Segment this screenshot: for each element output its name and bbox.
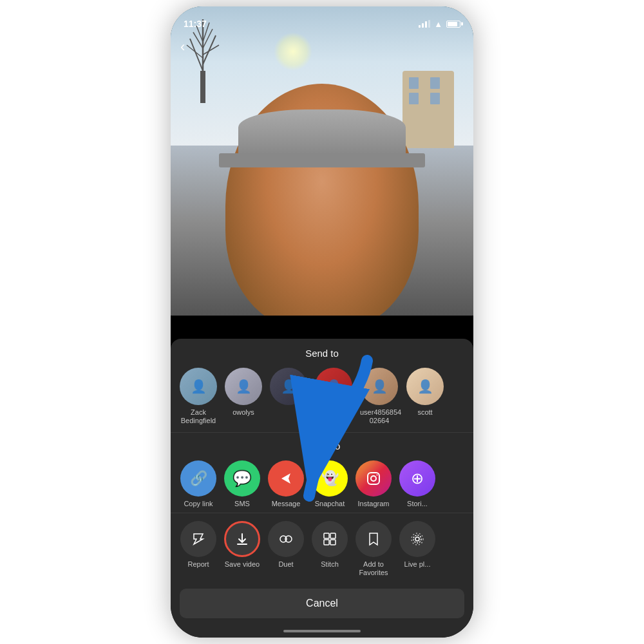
status-bar: 11:37 ▲ xyxy=(171,6,473,35)
action-liveph[interactable]: Live pl... xyxy=(399,521,436,577)
cancel-button[interactable]: Cancel xyxy=(180,589,464,618)
signal-icon xyxy=(419,20,430,28)
wifi-icon: ▲ xyxy=(434,19,442,29)
share-snapchat[interactable]: 👻 Snapchat xyxy=(311,460,348,507)
share-copylink[interactable]: 🔗 Copy link xyxy=(180,460,217,507)
contact-name-scott: scott xyxy=(417,408,432,417)
action-stitch[interactable]: Stitch xyxy=(311,521,348,577)
svg-rect-11 xyxy=(368,473,379,484)
share-stories[interactable]: ⊕ Stori... xyxy=(399,460,436,507)
svg-point-12 xyxy=(371,476,376,481)
snapchat-icon: 👻 xyxy=(312,460,348,497)
action-favorites[interactable]: Add toFavorites xyxy=(355,521,392,577)
video-scene xyxy=(171,6,473,316)
svg-rect-18 xyxy=(330,533,336,538)
svg-rect-17 xyxy=(324,533,329,538)
sms-label: SMS xyxy=(234,500,250,507)
action-savevideo[interactable]: Save video xyxy=(223,521,261,577)
actions-row: Report Save video xyxy=(171,521,473,577)
avatar-derek: 👤 xyxy=(315,368,352,405)
svg-line-1 xyxy=(203,35,216,64)
share-sms[interactable]: 💬 SMS xyxy=(223,460,261,507)
avatar-zack: 👤 xyxy=(180,368,217,405)
share-icons-row: 🔗 Copy link 💬 SMS Message 👻 xyxy=(171,460,473,507)
contact-name-derek: Derek M. xyxy=(319,408,348,417)
duet-icon xyxy=(268,521,304,557)
contact-scott[interactable]: 👤 scott xyxy=(406,368,444,425)
home-indicator xyxy=(283,630,361,632)
avatar-owolys: 👤 xyxy=(225,368,262,405)
favorites-label: Add toFavorites xyxy=(359,560,388,577)
contact-person3[interactable]: 👤 xyxy=(270,368,307,425)
instagram-label: Instagram xyxy=(358,500,390,507)
svg-line-2 xyxy=(187,45,203,58)
contact-user[interactable]: 👤 user485685402664 xyxy=(360,368,399,425)
share-instagram[interactable]: Instagram xyxy=(355,460,392,507)
share-to-section: Share to 🔗 Copy link 💬 SMS Messag xyxy=(171,433,473,513)
contact-name-owolys: owolys xyxy=(232,408,254,417)
battery-icon xyxy=(446,21,460,28)
live-label: Live pl... xyxy=(404,560,431,569)
svg-line-0 xyxy=(190,39,203,71)
avatar-user: 👤 xyxy=(361,368,398,405)
person-face xyxy=(225,84,419,316)
actions-section: Report Save video xyxy=(171,513,473,582)
status-time: 11:37 xyxy=(184,19,207,29)
message-label: Message xyxy=(272,500,301,507)
copy-link-icon: 🔗 xyxy=(180,460,216,497)
contact-zack[interactable]: 👤 ZackBedingfield xyxy=(180,368,217,425)
svg-marker-10 xyxy=(281,473,290,484)
hat xyxy=(232,103,412,167)
contact-owolys[interactable]: 👤 owolys xyxy=(225,368,262,425)
action-report[interactable]: Report xyxy=(180,521,217,577)
share-message[interactable]: Message xyxy=(267,460,305,507)
report-icon xyxy=(180,521,216,557)
send-to-title: Send to xyxy=(171,348,473,359)
snapchat-label: Snapchat xyxy=(315,500,345,507)
avatar-person3: 👤 xyxy=(270,368,307,405)
copy-link-label: Copy link xyxy=(184,500,213,507)
instagram-icon xyxy=(355,460,392,497)
status-icons: ▲ xyxy=(419,19,460,29)
phone-frame: 11:37 ▲ xyxy=(171,6,473,638)
avatar-scott: 👤 xyxy=(406,368,444,405)
stories-label: Stori... xyxy=(407,500,428,507)
live-icon xyxy=(399,521,435,557)
svg-rect-20 xyxy=(330,540,336,545)
send-to-section: Send to 👤 ZackBedingfield 👤 owolys xyxy=(171,339,473,432)
stitch-label: Stitch xyxy=(321,560,339,569)
share-to-title: Share to xyxy=(171,440,473,451)
duet-label: Duet xyxy=(278,560,293,569)
report-label: Report xyxy=(187,560,209,569)
contacts-row: 👤 ZackBedingfield 👤 owolys 👤 xyxy=(171,368,473,425)
contact-name-zack: ZackBedingfield xyxy=(181,408,216,425)
contact-derek[interactable]: 👤 Derek M. xyxy=(315,368,352,425)
bottom-sheet: Send to 👤 ZackBedingfield 👤 owolys xyxy=(171,339,473,638)
sms-icon: 💬 xyxy=(224,460,260,497)
back-button[interactable]: ‹ xyxy=(180,39,185,55)
favorites-icon xyxy=(355,521,392,557)
svg-point-13 xyxy=(377,474,378,475)
contact-name-user: user485685402664 xyxy=(360,408,399,425)
svg-rect-19 xyxy=(324,540,329,545)
video-area: ‹ xyxy=(171,6,473,316)
svg-point-21 xyxy=(415,537,419,541)
stories-icon: ⊕ xyxy=(399,460,435,497)
stitch-icon xyxy=(312,521,348,557)
save-video-icon xyxy=(224,521,260,557)
message-icon xyxy=(268,460,304,497)
action-duet[interactable]: Duet xyxy=(267,521,305,577)
save-video-label: Save video xyxy=(225,560,260,569)
svg-point-22 xyxy=(413,535,421,543)
